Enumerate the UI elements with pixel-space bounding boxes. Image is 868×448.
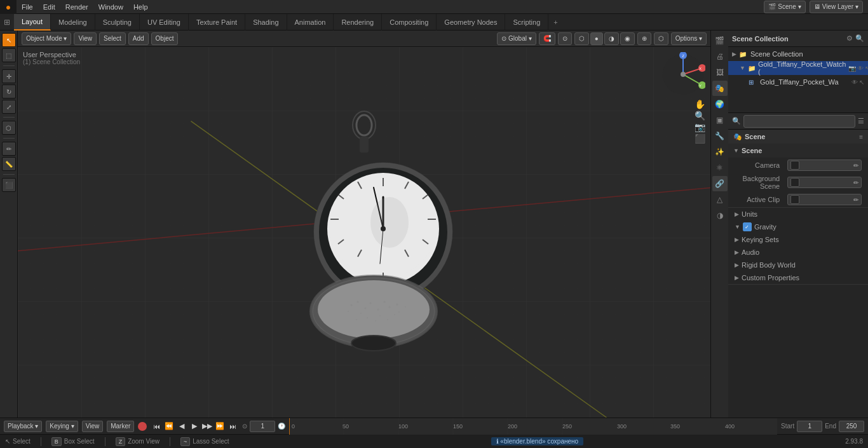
next-keyframe-button[interactable]: ⏩ (214, 421, 226, 432)
menu-help[interactable]: Help (128, 0, 153, 14)
particles-properties-icon[interactable]: ✨ (712, 144, 728, 160)
camera-edit-icon[interactable]: ✏ (853, 162, 858, 169)
viewport-shading-wire[interactable]: ⬡ (574, 32, 589, 45)
tab-shading[interactable]: Shading (245, 14, 287, 31)
hide-icon-2[interactable]: 👁 (851, 79, 858, 86)
background-scene-value[interactable]: ✏ (787, 177, 862, 188)
audio-header[interactable]: ▶ Audio (728, 246, 868, 259)
active-clip-value[interactable]: ✏ (787, 194, 862, 205)
tab-animation[interactable]: Animation (287, 14, 334, 31)
prev-keyframe-button[interactable]: ⏪ (163, 421, 175, 432)
units-header[interactable]: ▶ Units (728, 208, 868, 221)
add-menu[interactable]: Add (128, 32, 149, 45)
viewport-canvas[interactable]: User Perspective (1) Scene Collection (18, 47, 710, 417)
menu-render[interactable]: Render (60, 0, 93, 14)
select-icon[interactable]: ↖ (865, 65, 868, 72)
search-icon[interactable]: 🔍 (855, 34, 864, 43)
move-tool[interactable]: ✛ (2, 69, 16, 83)
jump-start-button[interactable]: ⏮ (151, 421, 162, 432)
add-workspace-button[interactable]: + (548, 17, 562, 28)
camera-icon[interactable]: 📷 (848, 65, 856, 72)
menu-file[interactable]: File (17, 0, 38, 14)
camera-value[interactable]: ✏ (787, 160, 862, 171)
scene-subsection-header[interactable]: ▼ Scene (728, 144, 868, 158)
render-properties-icon[interactable]: 🎬 (712, 33, 728, 48)
constraints-properties-icon[interactable]: 🔗 (712, 176, 728, 191)
measure-tool[interactable]: 📏 (2, 157, 16, 171)
menu-window[interactable]: Window (93, 0, 128, 14)
select-icon-2[interactable]: ↖ (859, 79, 864, 86)
proportional-edit[interactable]: ⊙ (558, 32, 572, 45)
expand-icon-2[interactable]: ▼ (740, 65, 745, 71)
material-properties-icon[interactable]: ◑ (712, 208, 728, 223)
properties-search[interactable] (743, 115, 855, 128)
view-btn[interactable]: View (82, 421, 104, 432)
keying-dropdown[interactable]: Keying ▾ (46, 421, 78, 432)
world-properties-icon[interactable]: 🌍 (712, 97, 728, 112)
physics-properties-icon[interactable]: ⚛ (712, 160, 728, 175)
outliner-item-watch-collection[interactable]: ▼ 📁 Gold_Tiffany_Pocket_Watch ( 📷 👁 ↖ (728, 61, 868, 75)
overlay-toggle[interactable]: ⊕ (637, 32, 651, 45)
jump-forward-button[interactable]: ▶▶ (201, 421, 213, 432)
filter-btn[interactable]: ☰ (858, 117, 864, 125)
hide-icon[interactable]: 👁 (857, 65, 864, 72)
gravity-header[interactable]: ▼ ✓ Gravity (728, 221, 868, 233)
scene-selector[interactable]: 🎬Scene▾ (764, 1, 805, 13)
object-menu[interactable]: Object (151, 32, 179, 45)
object-mode-dropdown[interactable]: Object Mode ▾ (22, 32, 71, 45)
scene-properties-icon[interactable]: 🎭 (712, 81, 728, 96)
annotate-tool[interactable]: ✏ (2, 142, 16, 156)
expand-icon[interactable]: ▶ (732, 51, 736, 57)
view-layer-properties-icon[interactable]: 🖼 (712, 65, 728, 80)
marker-btn[interactable]: Marker (107, 421, 134, 432)
playback-dropdown[interactable]: Playback ▾ (4, 421, 42, 432)
tab-uv-editing[interactable]: UV Editing (140, 14, 189, 31)
select-menu[interactable]: Select (99, 32, 126, 45)
modifier-properties-icon[interactable]: 🔧 (712, 128, 728, 144)
select-tool[interactable]: ↖ (2, 33, 16, 47)
scale-tool[interactable]: ⤢ (2, 100, 16, 114)
tab-compositing[interactable]: Compositing (382, 14, 437, 31)
transform-tool[interactable]: ⬡ (2, 121, 16, 135)
navigation-gizmo[interactable]: X Y Z ✋ 🔍 (661, 52, 705, 97)
custom-props-header[interactable]: ▶ Custom Properties (728, 271, 868, 284)
current-frame-input[interactable] (250, 421, 275, 432)
start-frame-input[interactable] (797, 421, 822, 432)
view-layer-selector[interactable]: 🖥View Layer▾ (810, 1, 863, 13)
viewport-shading-solid[interactable]: ● (590, 32, 603, 45)
outliner-scene-collection[interactable]: ▶ 📁 Scene Collection (728, 47, 868, 61)
menu-edit[interactable]: Edit (38, 0, 60, 14)
end-frame-input[interactable] (839, 421, 864, 432)
keying-sets-header[interactable]: ▶ Keying Sets (728, 233, 868, 246)
outliner-item-watch-mesh[interactable]: ⊞ Gold_Tiffany_Pocket_Wa 👁 ↖ (728, 75, 868, 89)
filter-icon[interactable]: ⚙ (846, 34, 853, 43)
play-button[interactable]: ▶ (189, 421, 200, 432)
snap-toggle[interactable]: 🧲 (539, 32, 555, 45)
tab-layout[interactable]: Layout (14, 14, 51, 31)
tab-rendering[interactable]: Rendering (334, 14, 382, 31)
workspace-icon[interactable]: ⊞ (0, 18, 14, 27)
transform-pivot[interactable]: ⊙ Global ▾ (497, 32, 536, 45)
bg-scene-edit-icon[interactable]: ✏ (853, 179, 858, 186)
viewport-3d[interactable]: Object Mode ▾ View Select Add Object ⊙ G… (18, 31, 710, 417)
clip-edit-icon[interactable]: ✏ (853, 196, 858, 203)
tab-texture-paint[interactable]: Texture Paint (189, 14, 245, 31)
output-properties-icon[interactable]: 🖨 (712, 49, 728, 64)
timeline-ruler[interactable]: 0 50 100 150 200 250 300 350 400 450 500 (289, 418, 777, 435)
tab-scripting[interactable]: Scripting (505, 14, 548, 31)
tab-modeling[interactable]: Modeling (51, 14, 95, 31)
scene-collapse-icon[interactable]: ≡ (859, 133, 863, 140)
add-cube-tool[interactable]: ⬛ (2, 178, 16, 192)
record-button[interactable] (138, 422, 147, 431)
rigid-body-header[interactable]: ▶ Rigid Body World (728, 259, 868, 271)
viewport-shading-rendered[interactable]: ◉ (620, 32, 635, 45)
xray-toggle[interactable]: ⬡ (654, 32, 668, 45)
rotate-tool[interactable]: ↻ (2, 85, 16, 98)
viewport-shading-material[interactable]: ◑ (604, 32, 619, 45)
object-properties-icon[interactable]: ▣ (712, 112, 728, 128)
options-dropdown[interactable]: Options ▾ (671, 32, 707, 45)
view-menu[interactable]: View (74, 32, 97, 45)
gravity-checkbox[interactable]: ✓ (743, 222, 752, 231)
data-properties-icon[interactable]: △ (712, 192, 728, 207)
jump-back-button[interactable]: ◀ (176, 421, 187, 432)
